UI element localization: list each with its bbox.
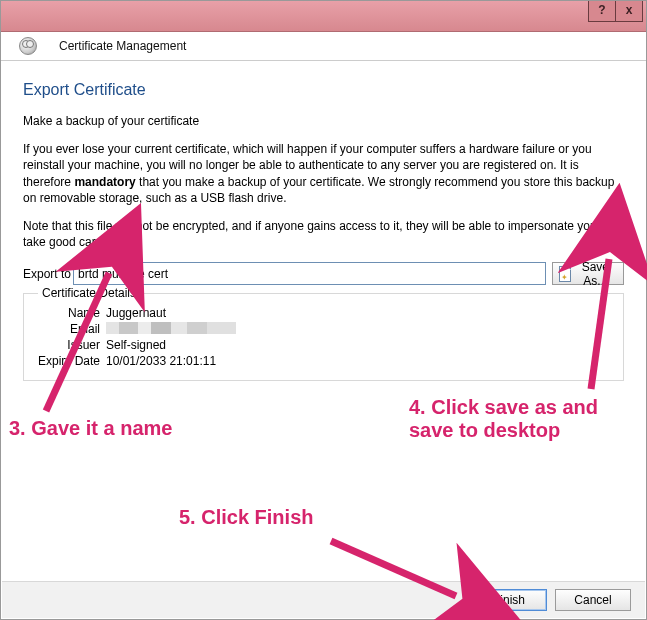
app-icon bbox=[19, 37, 37, 55]
annotation-5: 5. Click Finish bbox=[179, 506, 313, 529]
save-as-button[interactable]: Save As... bbox=[552, 262, 624, 285]
finish-button[interactable]: Finish bbox=[471, 589, 547, 611]
certificate-details-legend: Certificate Details bbox=[38, 286, 140, 300]
titlebar: ? x bbox=[1, 1, 646, 32]
save-as-label: Save As... bbox=[574, 260, 617, 288]
detail-value-issuer: Self-signed bbox=[106, 338, 166, 352]
subheader-title: Certificate Management bbox=[59, 39, 186, 53]
intro-text: Make a backup of your certificate bbox=[23, 113, 624, 129]
detail-label-issuer: Issuer bbox=[32, 338, 100, 352]
detail-value-expiry: 10/01/2033 21:01:11 bbox=[106, 354, 216, 368]
detail-label-email: Email bbox=[32, 322, 100, 336]
titlebar-buttons: ? x bbox=[589, 1, 643, 22]
content: Export Certificate Make a backup of your… bbox=[1, 61, 646, 381]
warning-paragraph: If you ever lose your current certificat… bbox=[23, 141, 624, 206]
encryption-note: Note that this file will not be encrypte… bbox=[23, 218, 624, 250]
detail-label-name: Name bbox=[32, 306, 100, 320]
detail-value-name: Juggernaut bbox=[106, 306, 166, 320]
close-button[interactable]: x bbox=[615, 1, 643, 22]
annotation-4-line2: save to desktop bbox=[409, 419, 560, 442]
export-to-label: Export to bbox=[23, 267, 73, 281]
cancel-button[interactable]: Cancel bbox=[555, 589, 631, 611]
detail-row-email: Email bbox=[32, 322, 615, 336]
certificate-details-group: Certificate Details Name Juggernaut Emai… bbox=[23, 293, 624, 381]
detail-row-issuer: Issuer Self-signed bbox=[32, 338, 615, 352]
detail-row-expiry: Expiry Date 10/01/2033 21:01:11 bbox=[32, 354, 615, 368]
detail-label-expiry: Expiry Date bbox=[32, 354, 100, 368]
para1-strong: mandatory bbox=[74, 175, 135, 189]
window: ? x Certificate Management Export Certif… bbox=[0, 0, 647, 620]
document-icon bbox=[559, 266, 571, 282]
annotation-3: 3. Gave it a name bbox=[9, 417, 172, 440]
page-title: Export Certificate bbox=[23, 81, 624, 99]
detail-value-email-redacted bbox=[106, 322, 236, 334]
bottom-bar: Finish Cancel bbox=[2, 581, 645, 618]
export-to-input[interactable] bbox=[73, 262, 546, 285]
annotation-4-line1: 4. Click save as and bbox=[409, 396, 598, 419]
help-button[interactable]: ? bbox=[588, 1, 616, 22]
detail-row-name: Name Juggernaut bbox=[32, 306, 615, 320]
certificate-details-inner: Name Juggernaut Email Issuer Self-signed… bbox=[32, 306, 615, 368]
subheader: Certificate Management bbox=[1, 32, 646, 61]
export-row: Export to Save As... bbox=[23, 262, 624, 285]
